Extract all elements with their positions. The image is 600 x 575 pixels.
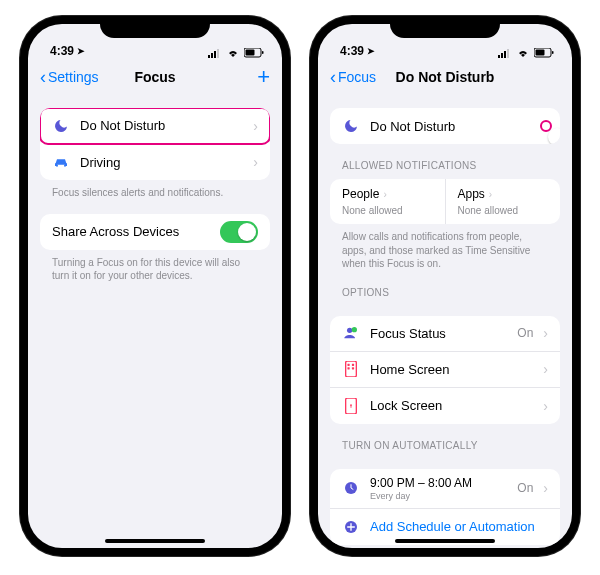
row-label: Lock Screen	[370, 398, 533, 413]
svg-rect-20	[352, 367, 354, 369]
row-label: Share Across Devices	[52, 224, 210, 239]
location-icon: ➤	[77, 46, 85, 56]
back-button[interactable]: ‹ Focus	[330, 67, 376, 88]
chevron-right-icon: ›	[543, 480, 548, 496]
row-share-across-devices[interactable]: Share Across Devices	[40, 214, 270, 250]
status-icons	[208, 48, 264, 58]
phone-left: 4:39 ➤ ‹ Settings Focus +	[20, 16, 290, 556]
svg-rect-8	[501, 53, 503, 58]
people-label: People	[342, 187, 379, 201]
allowed-split: People› None allowed Apps› None allowed	[330, 179, 560, 224]
schedule-time: 9:00 PM – 8:00 AM	[370, 476, 507, 490]
home-indicator[interactable]	[395, 539, 495, 543]
svg-point-14	[347, 328, 352, 333]
share-toggle[interactable]	[220, 221, 258, 243]
clock-icon	[342, 479, 360, 497]
lock-screen-icon	[342, 397, 360, 415]
dnd-main-group: Do Not Disturb	[330, 108, 560, 144]
svg-rect-2	[214, 51, 216, 58]
allowed-caption: Allow calls and notifications from peopl…	[330, 224, 560, 271]
svg-rect-13	[552, 51, 554, 54]
status-time: 4:39	[340, 44, 364, 58]
battery-icon	[534, 48, 554, 58]
row-do-not-disturb[interactable]: Do Not Disturb ›	[40, 108, 270, 144]
wifi-icon	[516, 48, 530, 58]
apps-cell[interactable]: Apps› None allowed	[446, 179, 561, 224]
svg-rect-9	[504, 51, 506, 58]
status-time: 4:39	[50, 44, 74, 58]
cellular-icon	[498, 49, 512, 58]
section-allowed-notifications: ALLOWED NOTIFICATIONS	[330, 144, 560, 175]
person-badge-icon	[342, 324, 360, 342]
apps-label: Apps	[458, 187, 485, 201]
svg-rect-16	[346, 361, 357, 377]
home-indicator[interactable]	[105, 539, 205, 543]
chevron-right-icon: ›	[543, 325, 548, 341]
page-title: Do Not Disturb	[396, 69, 495, 85]
share-caption: Turning a Focus on for this device will …	[40, 250, 270, 283]
svg-rect-10	[507, 49, 509, 58]
schedule-sub: Every day	[370, 491, 507, 501]
row-label: Driving	[80, 155, 243, 170]
svg-rect-6	[262, 51, 264, 54]
row-focus-status[interactable]: Focus Status On ›	[330, 316, 560, 352]
row-label: Do Not Disturb	[370, 119, 534, 134]
people-sub: None allowed	[342, 205, 433, 216]
people-cell[interactable]: People› None allowed	[330, 179, 446, 224]
moon-icon	[52, 117, 70, 135]
screen-right: 4:39 ➤ ‹ Focus Do Not Disturb	[318, 24, 572, 548]
screen-left: 4:39 ➤ ‹ Settings Focus +	[28, 24, 282, 548]
nav-bar: ‹ Focus Do Not Disturb	[318, 60, 572, 94]
svg-rect-1	[211, 53, 213, 58]
row-label: Do Not Disturb	[80, 118, 243, 133]
row-label: Home Screen	[370, 362, 533, 377]
moon-icon	[342, 117, 360, 135]
row-value: On	[517, 481, 533, 495]
cellular-icon	[208, 49, 222, 58]
chevron-right-icon: ›	[253, 154, 258, 170]
row-driving[interactable]: Driving ›	[40, 144, 270, 180]
svg-rect-23	[351, 405, 352, 408]
phone-right: 4:39 ➤ ‹ Focus Do Not Disturb	[310, 16, 580, 556]
plus-circle-icon	[342, 518, 360, 536]
share-group: Share Across Devices	[40, 214, 270, 250]
section-turn-on-auto: TURN ON AUTOMATICALLY	[330, 424, 560, 455]
wifi-icon	[226, 48, 240, 58]
home-screen-icon	[342, 360, 360, 378]
svg-rect-3	[217, 49, 219, 58]
chevron-left-icon: ‹	[330, 67, 336, 88]
options-group: Focus Status On › Home Screen › Lock Scr…	[330, 316, 560, 424]
svg-rect-5	[246, 50, 255, 56]
back-button[interactable]: ‹ Settings	[40, 67, 99, 88]
back-label: Focus	[338, 69, 376, 85]
focus-caption: Focus silences alerts and notifications.	[40, 180, 270, 200]
svg-point-15	[352, 327, 357, 332]
row-label: Focus Status	[370, 326, 507, 341]
add-button[interactable]: +	[257, 66, 270, 88]
chevron-right-icon: ›	[543, 361, 548, 377]
nav-bar: ‹ Settings Focus +	[28, 60, 282, 94]
row-schedule[interactable]: 9:00 PM – 8:00 AM Every day On ›	[330, 469, 560, 509]
row-home-screen[interactable]: Home Screen ›	[330, 352, 560, 388]
battery-icon	[244, 48, 264, 58]
chevron-right-icon: ›	[489, 189, 492, 200]
apps-sub: None allowed	[458, 205, 549, 216]
row-dnd-toggle[interactable]: Do Not Disturb	[330, 108, 560, 144]
chevron-right-icon: ›	[383, 189, 386, 200]
chevron-right-icon: ›	[253, 118, 258, 134]
auto-group: 9:00 PM – 8:00 AM Every day On › Add Sch…	[330, 469, 560, 545]
car-icon	[52, 153, 70, 171]
svg-rect-17	[347, 364, 349, 366]
content-left: Do Not Disturb › Driving › Focus silence…	[28, 94, 282, 548]
row-lock-screen[interactable]: Lock Screen ›	[330, 388, 560, 424]
row-value: On	[517, 326, 533, 340]
svg-rect-12	[536, 50, 545, 56]
status-icons	[498, 48, 554, 58]
svg-rect-18	[352, 364, 354, 366]
notch	[100, 16, 210, 38]
location-icon: ➤	[367, 46, 375, 56]
notch	[390, 16, 500, 38]
auto-caption: Have this Focus turn on automatically at…	[330, 545, 560, 549]
toggle-highlight	[544, 124, 548, 128]
page-title: Focus	[134, 69, 175, 85]
